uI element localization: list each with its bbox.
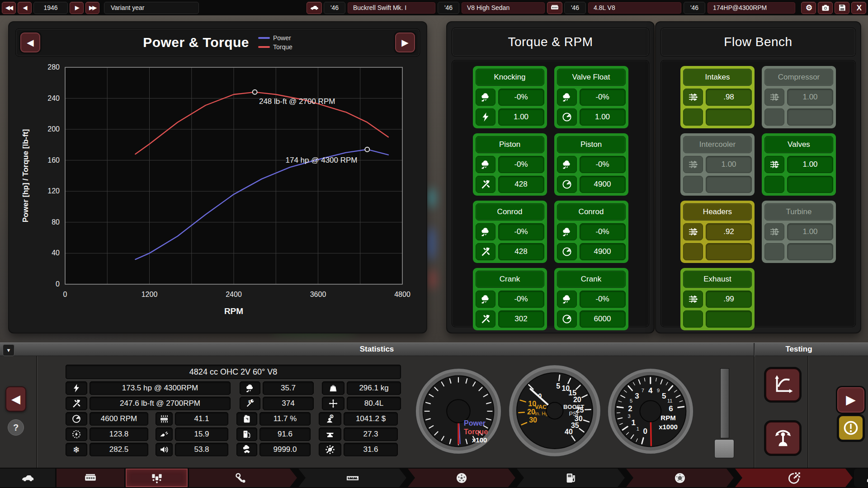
card-row-empty	[683, 176, 752, 193]
card-value: 428	[498, 176, 544, 193]
svg-text:20: 20	[527, 408, 535, 416]
chart-header: ◀ Power & Torque PowerTorque ▶	[15, 28, 420, 56]
card-value: 1.00	[706, 156, 752, 173]
stats-divider	[754, 356, 755, 468]
warning-button[interactable]	[838, 415, 863, 441]
card-exhaust: Exhaust.99	[680, 268, 755, 330]
settings-button[interactable]: ⚙	[801, 2, 816, 14]
engine-block-button[interactable]	[547, 2, 562, 14]
model-name-field[interactable]: Buckrell Swift Mk. I	[347, 2, 436, 14]
run-test-button[interactable]: ▶	[837, 387, 864, 413]
variant-year-label: Variant year	[104, 2, 199, 14]
size-arrows-icon	[322, 397, 344, 410]
stat-value: 4600 RPM	[90, 412, 148, 426]
card-value: .92	[706, 223, 752, 240]
emissions-icon	[236, 443, 257, 456]
snowflake-icon: ❄	[66, 443, 87, 456]
torque-cloud-icon	[476, 291, 495, 308]
tab-checker-gauge[interactable]	[735, 469, 853, 487]
next-year-button[interactable]: ▶	[70, 2, 84, 14]
rpm-dial-icon	[557, 310, 577, 328]
dyno-chart-panel: ◀ Power & Torque PowerTorque ▶ 248 lb-ft…	[9, 22, 426, 333]
svg-text:30: 30	[529, 416, 537, 424]
card-row-empty	[764, 108, 833, 126]
stat-value: 80.4L	[347, 397, 401, 410]
tab-engine-block[interactable]	[57, 469, 124, 487]
card-crank: Crank-0%6000	[554, 268, 628, 330]
torque-cloud-icon	[240, 381, 260, 395]
power-torque-gauge: PowerTorquex100	[414, 367, 503, 455]
close-button[interactable]: X	[851, 2, 866, 14]
window-buttons: ⚙X	[801, 2, 866, 14]
tab-car-filled[interactable]	[854, 469, 868, 487]
card-row-empty	[764, 243, 833, 260]
tab-pistons[interactable]	[126, 469, 188, 487]
stat-value: 282.5	[90, 443, 148, 456]
throttle-slider-handle[interactable]	[714, 439, 734, 458]
throttle-slider-track[interactable]	[720, 368, 729, 438]
stat-value: 123.8	[90, 427, 148, 441]
chart-prev-button[interactable]: ◀	[20, 33, 40, 52]
card-title: Exhaust	[683, 271, 752, 288]
airflow-icon	[683, 156, 703, 173]
empty-slot	[787, 243, 833, 260]
empty-slot	[787, 108, 833, 126]
engine-designer-window: ◀◀ ◀ 1946 ▶ ▶▶ Variant year '46Buckrell …	[0, 0, 868, 488]
svg-text:2400: 2400	[226, 291, 242, 298]
stats-row: 123.815.99191.627.3	[66, 427, 409, 441]
card-title: Valve Float	[557, 69, 626, 86]
card-value: -0%	[498, 223, 544, 240]
back-button[interactable]: ◀	[5, 386, 26, 412]
card-row: -0%	[557, 156, 626, 173]
tab-fuel-pump-big[interactable]	[517, 469, 625, 487]
dyno-curve-button[interactable]	[765, 368, 800, 401]
card-row: 6000	[557, 310, 626, 328]
card-row: -0%	[557, 89, 626, 106]
stat-value: 1041.2 $	[344, 412, 398, 426]
statistics-header: Statistics	[0, 345, 754, 354]
first-year-button[interactable]: ◀◀	[2, 2, 16, 14]
header-divider	[754, 343, 755, 357]
svg-text:PSI: PSI	[569, 410, 579, 417]
car-outline-button[interactable]	[307, 2, 322, 14]
tab-ruler[interactable]	[298, 469, 406, 487]
card-row: 428	[476, 243, 544, 260]
help-button[interactable]: ?	[8, 419, 24, 436]
svg-text:5: 5	[556, 382, 560, 390]
stats-row: 247.6 lb-ft @ 2700RPM$37480.4L	[66, 397, 409, 410]
tab-linkage[interactable]	[189, 469, 297, 487]
tab-wheel[interactable]	[408, 469, 515, 487]
card-row: 1.00	[476, 108, 544, 126]
manual-test-button[interactable]	[765, 422, 800, 455]
tab-car-outline[interactable]	[0, 469, 55, 487]
card-row-empty	[683, 243, 752, 260]
stats-divider	[807, 356, 808, 468]
rpm-dial-icon	[66, 412, 87, 426]
spacer	[231, 381, 240, 395]
save-button[interactable]	[835, 2, 849, 14]
torque-rpm-panel: Torque & RPM Knocking-0%1.00Valve Float-…	[447, 22, 654, 333]
prev-year-button[interactable]: ◀	[18, 2, 32, 14]
photo-button[interactable]	[818, 2, 833, 14]
chart-next-button[interactable]: ▶	[395, 33, 415, 52]
card-title: Compressor	[764, 69, 833, 86]
stats-divider	[36, 356, 37, 468]
flow-bench-cards: Intakes.98Compressor1.00Intercooler1.00V…	[660, 60, 856, 327]
svg-text:4: 4	[648, 386, 653, 395]
person-dollar-icon: $	[319, 412, 341, 426]
statistics-header-bar: ▼ Statistics Testing	[0, 343, 868, 356]
chart-title: Power & Torque	[143, 35, 249, 50]
tab-disc[interactable]	[626, 469, 734, 487]
torque-cloud-icon	[557, 89, 577, 106]
stat-value: 9999.0	[259, 443, 311, 456]
radiator-icon	[156, 412, 173, 426]
trim-name-field[interactable]: V8 High Sedan	[461, 2, 545, 14]
card-title: Turbine	[764, 203, 833, 221]
last-year-button[interactable]: ▶▶	[85, 2, 99, 14]
empty-slot	[683, 310, 703, 328]
card-row: 1.00	[764, 156, 833, 173]
svg-text:RPM: RPM	[660, 414, 675, 422]
engine-variant-name-field[interactable]: 174HP@4300RPM	[707, 2, 796, 14]
engine-family-name-field[interactable]: 4.8L V8	[588, 2, 682, 14]
empty-slot	[706, 243, 752, 260]
